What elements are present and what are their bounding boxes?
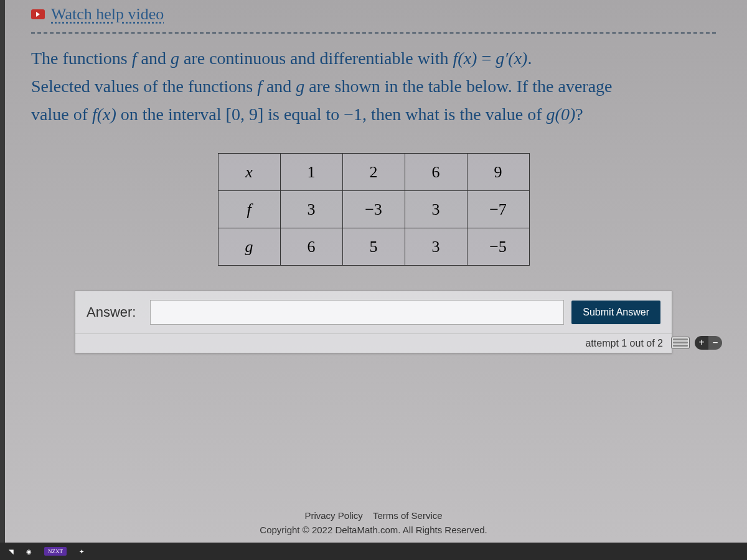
taskbar-app-icon[interactable]: ◉ — [26, 548, 32, 555]
var-g: g — [296, 77, 304, 96]
table-row: g 6 5 3 −5 — [218, 228, 529, 266]
fx: f(x) — [92, 105, 116, 124]
keyboard-icon[interactable] — [671, 337, 690, 349]
var-f: f — [132, 49, 137, 68]
header-cell: 9 — [467, 154, 529, 191]
table-row: f 3 −3 3 −7 — [218, 191, 529, 228]
cell: 3 — [405, 228, 467, 266]
interval: [0, 9] — [226, 105, 264, 124]
section-divider — [31, 32, 716, 34]
answer-row: Answer: Submit Answer — [75, 291, 672, 334]
cell: 5 — [342, 228, 405, 266]
problem-statement: The functions f and g are continuous and… — [12, 45, 735, 134]
text: on the interval — [116, 105, 226, 124]
header-cell: 2 — [342, 154, 405, 191]
zoom-out-icon[interactable]: − — [708, 336, 722, 350]
terms-of-service-link[interactable]: Terms of Service — [373, 510, 443, 521]
text: The functions — [31, 49, 132, 68]
avg-value: −1 — [344, 105, 362, 124]
answer-label: Answer: — [87, 304, 143, 320]
copyright-text: Copyright © 2022 DeltaMath.com. All Righ… — [0, 525, 747, 535]
answer-panel: Answer: Submit Answer attempt 1 out of 2 — [75, 291, 672, 353]
watch-help-video-link[interactable]: Watch help video — [51, 5, 164, 24]
header-cell: 6 — [405, 154, 467, 191]
cell: 6 — [280, 228, 342, 266]
taskbar-steam-icon[interactable]: ◥ — [9, 548, 14, 555]
os-taskbar[interactable]: ◥ ◉ NZXT ✦ — [0, 543, 747, 560]
header-x: x — [218, 154, 280, 191]
text: , then what is the value of — [362, 105, 546, 124]
submit-answer-button[interactable]: Submit Answer — [571, 301, 660, 324]
zoom-in-icon[interactable]: + — [695, 336, 708, 350]
taskbar-app-icon[interactable]: ✦ — [79, 548, 84, 555]
text: Selected values of the functions — [31, 77, 257, 96]
qmark: ? — [575, 105, 583, 124]
answer-input[interactable] — [150, 300, 564, 325]
eq-lhs: f(x) — [453, 49, 477, 68]
cell: −7 — [467, 191, 529, 228]
var-f: f — [257, 77, 262, 96]
cell: −5 — [467, 228, 529, 266]
eq-eq: = — [477, 49, 496, 68]
cell: 3 — [280, 191, 342, 228]
values-table: x 1 2 6 9 f 3 −3 3 −7 g 6 5 3 −5 — [218, 153, 530, 266]
cell: −3 — [342, 191, 405, 228]
youtube-icon — [31, 9, 45, 19]
attempt-counter: attempt 1 out of 2 — [75, 334, 672, 353]
text: are continuous and differentiable with — [179, 49, 453, 68]
text: and — [262, 77, 296, 96]
g0: g(0) — [547, 105, 576, 124]
text: value of — [31, 105, 92, 124]
monitor-bezel-left — [0, 0, 5, 560]
table-row: x 1 2 6 9 — [218, 154, 529, 191]
period: . — [527, 49, 532, 68]
var-g: g — [171, 49, 179, 68]
text: is equal to — [263, 105, 344, 124]
input-toolbar: + − — [671, 336, 722, 350]
help-video-row: Watch help video — [12, 0, 735, 32]
cell: 3 — [405, 191, 467, 228]
privacy-policy-link[interactable]: Privacy Policy — [304, 510, 362, 521]
zoom-controls: + − — [695, 336, 722, 350]
row-label-g: g — [218, 228, 280, 266]
text: are shown in the table below. If the ave… — [304, 77, 612, 96]
header-cell: 1 — [280, 154, 342, 191]
page-footer: Privacy Policy Terms of Service Copyrigh… — [0, 510, 747, 535]
row-label-f: f — [218, 191, 280, 228]
taskbar-nzxt-badge[interactable]: NZXT — [44, 547, 67, 556]
text: and — [137, 49, 171, 68]
eq-rhs: g′(x) — [496, 49, 527, 68]
